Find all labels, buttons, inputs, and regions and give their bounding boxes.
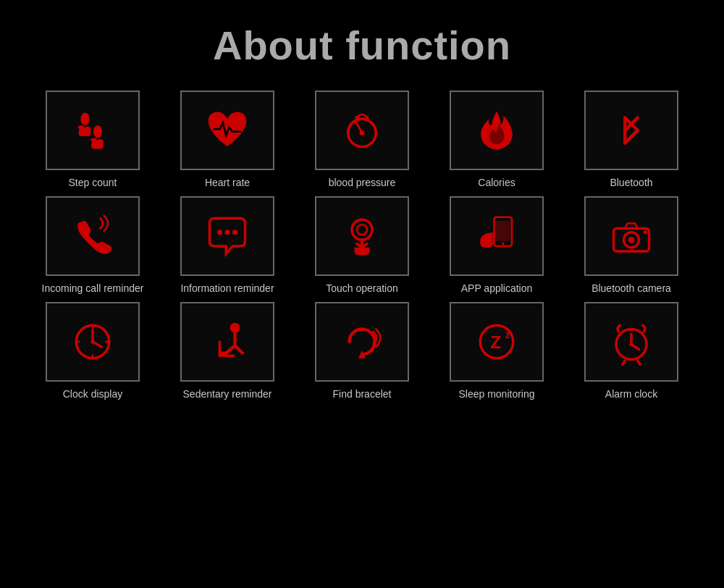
bluetooth-camera-icon-box bbox=[584, 196, 678, 276]
svg-point-30 bbox=[90, 340, 94, 344]
app-application-icon bbox=[471, 211, 522, 261]
sedentary-reminder-label: Sedentary reminder bbox=[183, 387, 272, 400]
step-count-label: Step count bbox=[69, 176, 117, 189]
heart-rate-icon-box bbox=[180, 91, 274, 170]
page-title: About function bbox=[213, 22, 511, 69]
touch-operation-icon-box bbox=[315, 196, 409, 276]
find-bracelet-icon-box bbox=[315, 302, 409, 382]
feature-touch-operation: Touch operation bbox=[298, 196, 426, 295]
step-count-icon-box bbox=[46, 91, 140, 170]
clock-display-icon bbox=[67, 316, 118, 367]
feature-alarm-clock: Alarm clock bbox=[568, 302, 695, 400]
feature-clock-display: Clock display bbox=[29, 302, 156, 400]
feature-find-bracelet: Find bracelet bbox=[298, 302, 426, 400]
svg-point-4 bbox=[93, 125, 102, 138]
svg-rect-7 bbox=[91, 141, 104, 149]
feature-sedentary-reminder: Sedentary reminder bbox=[164, 302, 291, 400]
touch-operation-label: Touch operation bbox=[326, 282, 398, 295]
incoming-call-icon bbox=[67, 211, 118, 261]
feature-app-application: APP application bbox=[433, 196, 560, 295]
feature-calories: Calories bbox=[433, 91, 560, 189]
touch-operation-icon bbox=[337, 211, 387, 261]
svg-point-15 bbox=[225, 230, 230, 235]
feature-heart-rate: Heart rate bbox=[164, 91, 291, 189]
step-count-icon bbox=[67, 105, 118, 156]
heart-rate-label: Heart rate bbox=[205, 176, 250, 189]
information-reminder-icon-box bbox=[180, 196, 274, 276]
feature-incoming-call: Incoming call reminder bbox=[29, 196, 156, 295]
svg-point-11 bbox=[355, 116, 358, 119]
bluetooth-label: Bluetooth bbox=[610, 176, 652, 189]
bluetooth-icon bbox=[606, 105, 657, 156]
svg-rect-20 bbox=[495, 221, 510, 241]
sedentary-reminder-icon bbox=[202, 316, 253, 367]
blood-pressure-label: blood pressure bbox=[329, 176, 396, 189]
clock-display-icon-box bbox=[46, 302, 140, 382]
svg-point-25 bbox=[628, 237, 635, 243]
bluetooth-camera-label: Bluetooth camera bbox=[592, 282, 671, 295]
information-reminder-icon bbox=[202, 211, 253, 261]
svg-rect-3 bbox=[79, 128, 91, 136]
clock-display-label: Clock display bbox=[63, 387, 122, 400]
features-grid: Step count Heart rate bbox=[29, 91, 695, 408]
svg-point-21 bbox=[502, 243, 505, 245]
calories-icon bbox=[471, 105, 522, 156]
incoming-call-label: Incoming call reminder bbox=[42, 282, 144, 295]
svg-line-48 bbox=[638, 361, 641, 365]
sleep-monitoring-icon: Z z bbox=[471, 316, 522, 367]
blood-pressure-icon-box bbox=[315, 91, 409, 170]
heart-rate-icon bbox=[202, 105, 253, 156]
svg-point-0 bbox=[80, 113, 89, 126]
sleep-monitoring-label: Sleep monitoring bbox=[458, 387, 534, 400]
page: About function Step count bbox=[0, 0, 724, 588]
svg-point-10 bbox=[360, 130, 365, 135]
information-reminder-label: Information reminder bbox=[180, 282, 274, 295]
app-application-label: APP application bbox=[461, 282, 533, 295]
alarm-clock-icon bbox=[606, 316, 657, 367]
calories-label: Calories bbox=[478, 176, 515, 189]
bluetooth-icon-box bbox=[584, 91, 678, 170]
feature-sleep-monitoring: Z z Sleep monitoring bbox=[433, 302, 560, 400]
svg-point-12 bbox=[365, 116, 369, 119]
alarm-clock-icon-box bbox=[584, 302, 678, 382]
sleep-monitoring-icon-box: Z z bbox=[450, 302, 544, 382]
svg-point-14 bbox=[217, 230, 222, 235]
svg-line-47 bbox=[623, 361, 626, 365]
blood-pressure-icon bbox=[337, 105, 387, 156]
find-bracelet-label: Find bracelet bbox=[333, 387, 392, 400]
find-bracelet-icon bbox=[337, 316, 387, 367]
svg-text:z: z bbox=[505, 329, 510, 340]
svg-rect-46 bbox=[629, 328, 634, 331]
svg-point-16 bbox=[232, 230, 237, 235]
feature-blood-pressure: blood pressure bbox=[298, 91, 426, 189]
alarm-clock-label: Alarm clock bbox=[605, 387, 657, 400]
feature-bluetooth-camera: Bluetooth camera bbox=[568, 196, 695, 295]
bluetooth-camera-icon bbox=[606, 211, 657, 261]
incoming-call-icon-box bbox=[46, 196, 140, 276]
feature-step-count: Step count bbox=[29, 91, 156, 189]
svg-text:Z: Z bbox=[490, 332, 501, 352]
svg-point-45 bbox=[629, 343, 633, 346]
svg-point-18 bbox=[357, 224, 367, 235]
svg-point-26 bbox=[644, 230, 647, 234]
app-application-icon-box bbox=[450, 196, 544, 276]
feature-information-reminder: Information reminder bbox=[164, 196, 291, 295]
calories-icon-box bbox=[450, 91, 544, 170]
feature-bluetooth: Bluetooth bbox=[568, 91, 695, 189]
svg-point-17 bbox=[352, 219, 372, 240]
sedentary-reminder-icon-box bbox=[180, 302, 274, 382]
